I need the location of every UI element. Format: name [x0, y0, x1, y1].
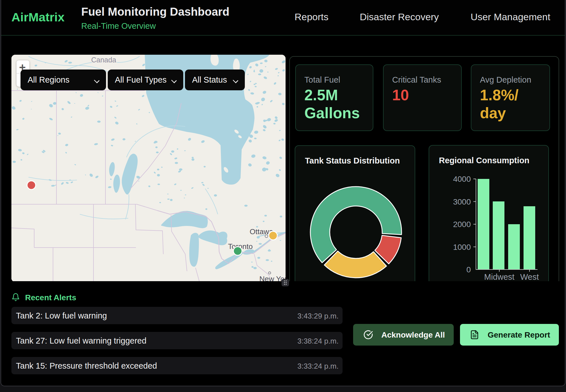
svg-text:4000: 4000 [453, 175, 471, 183]
svg-text:2000: 2000 [453, 220, 471, 229]
svg-text:West: West [520, 272, 539, 281]
svg-text:Midwest: Midwest [484, 272, 514, 281]
svg-text:Canada: Canada [91, 56, 116, 64]
svg-text:0: 0 [466, 265, 471, 274]
svg-text:1000: 1000 [453, 243, 471, 252]
svg-text:3000: 3000 [453, 197, 471, 206]
